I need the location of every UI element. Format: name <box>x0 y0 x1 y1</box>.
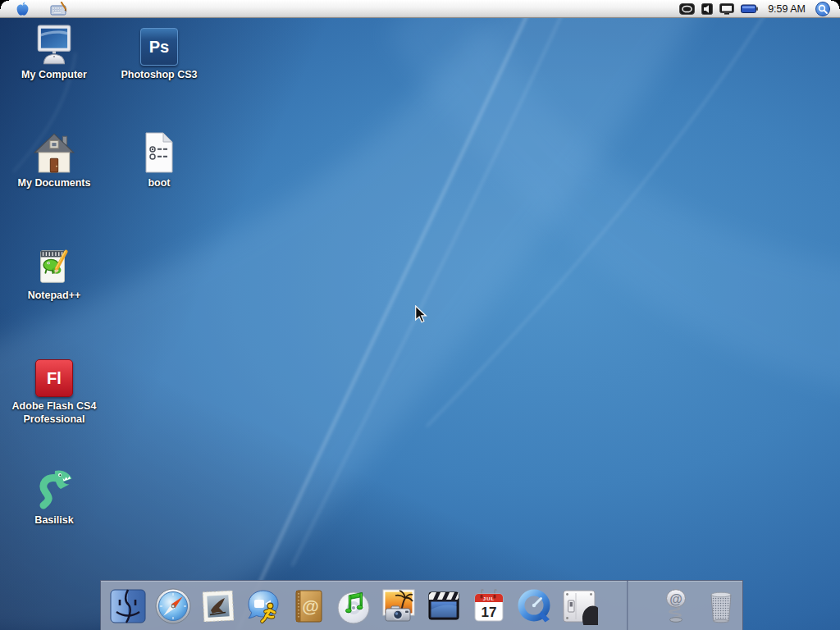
my-documents-icon <box>32 131 76 174</box>
desktop-icon-boot[interactable]: boot <box>108 128 210 189</box>
safari-icon <box>154 587 192 625</box>
screen-corner <box>831 0 840 9</box>
icon-label: boot <box>148 176 170 189</box>
dock-imovie[interactable] <box>425 587 463 625</box>
keyboard-input-menu[interactable] <box>50 0 67 18</box>
flash-glyph: Fl <box>47 369 62 388</box>
apple-icon <box>16 2 29 16</box>
spotlight-button[interactable] <box>815 2 830 16</box>
svg-text:JUL: JUL <box>483 596 495 601</box>
volume-icon <box>701 3 713 15</box>
ichat-icon <box>244 587 282 625</box>
desktop-icon-my-documents[interactable]: My Documents <box>3 128 105 189</box>
icon-label: Notepad++ <box>28 289 81 302</box>
dock-ichat[interactable] <box>244 587 282 625</box>
icon-label: Adobe Flash CS4 Professional <box>7 399 102 426</box>
desktop-icon-photoshop-cs3[interactable]: Ps Photoshop CS3 <box>108 20 210 81</box>
at-spring-icon: @ <box>657 587 695 625</box>
dock-itunes[interactable] <box>335 587 372 625</box>
battery-status[interactable] <box>741 0 758 18</box>
dock-iphoto[interactable] <box>380 587 418 625</box>
photoshop-icon: Ps <box>140 28 178 66</box>
basilisk-icon <box>33 468 75 511</box>
iphoto-icon <box>380 587 418 625</box>
mouse-cursor <box>413 305 429 323</box>
photoshop-glyph: Ps <box>149 38 169 57</box>
icon-label: Basilisk <box>34 514 73 527</box>
energy-status[interactable] <box>679 0 695 18</box>
desktop-icon-my-computer[interactable]: My Computer <box>3 20 105 81</box>
svg-text:@: @ <box>302 596 318 615</box>
my-computer-icon <box>32 25 76 66</box>
dock-mail[interactable] <box>199 587 237 625</box>
quicktime-icon <box>515 587 553 625</box>
desktop-icon-notepad-plus-plus[interactable]: Notepad++ <box>3 240 105 302</box>
finder-icon <box>109 587 147 625</box>
address-book-icon: @ <box>290 587 327 625</box>
dock-safari[interactable] <box>154 587 192 625</box>
desktop-icon-basilisk[interactable]: Basilisk <box>3 465 105 527</box>
dock-finder[interactable] <box>109 587 147 625</box>
dock-quicktime[interactable] <box>515 587 553 625</box>
icon-label: My Computer <box>21 68 87 81</box>
dock-mail-at-spring[interactable]: @ <box>657 587 695 625</box>
svg-text:17: 17 <box>482 605 497 620</box>
trash-icon <box>702 587 740 625</box>
notepad-plus-plus-icon <box>34 245 75 286</box>
boot-file-icon <box>140 131 178 174</box>
screen-corner <box>0 0 9 9</box>
energy-icon <box>679 3 695 15</box>
system-preferences-icon <box>560 587 598 625</box>
ical-icon: JUL 17 <box>470 587 508 625</box>
desktop-screen: 9:59 AM <box>0 0 840 630</box>
mail-stamp-icon <box>199 587 237 625</box>
dock-ical[interactable]: JUL 17 <box>470 587 508 625</box>
displays-icon <box>719 3 734 15</box>
dock: @ <box>100 580 743 630</box>
keyboard-input-icon <box>50 2 67 16</box>
battery-icon <box>741 4 758 14</box>
icon-label: Photoshop CS3 <box>121 68 197 81</box>
dock-separator <box>627 581 628 630</box>
desktop-icon-flash-cs4[interactable]: Fl Adobe Flash CS4 Professional <box>3 351 105 426</box>
itunes-icon <box>335 587 372 625</box>
svg-text:@: @ <box>669 592 682 606</box>
apple-menu[interactable] <box>16 0 29 18</box>
flash-icon: Fl <box>35 359 73 397</box>
dock-address-book[interactable]: @ <box>290 587 327 625</box>
search-icon <box>817 3 829 15</box>
volume-status[interactable] <box>701 0 713 18</box>
dock-trash[interactable] <box>702 587 740 625</box>
imovie-icon <box>425 587 463 625</box>
menubar: 9:59 AM <box>0 0 840 18</box>
dock-system-preferences[interactable] <box>560 587 598 625</box>
displays-status[interactable] <box>719 0 734 18</box>
icon-label: My Documents <box>18 176 91 189</box>
menubar-clock[interactable]: 9:59 AM <box>765 0 809 18</box>
